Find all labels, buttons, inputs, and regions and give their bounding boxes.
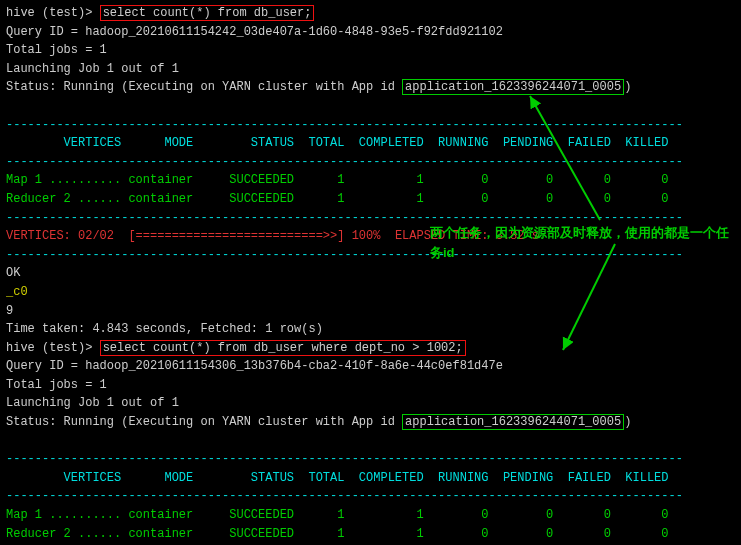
q1-progress-bar: [==========================>>] [128,229,344,243]
q2-launching: Launching Job 1 out of 1 [6,394,735,413]
q1-val: 9 [6,302,735,321]
q2-dash-mid: ----------------------------------------… [6,487,735,506]
q1-col: _c0 [6,283,735,302]
q1-row-0: Map 1 .......... container SUCCEEDED 1 1… [6,171,735,190]
q2-status-line: Status: Running (Executing on YARN clust… [6,413,735,432]
q2-row-0: Map 1 .......... container SUCCEEDED 1 1… [6,506,735,525]
q2-status-suffix: ) [624,415,631,429]
q1-sql: select count(*) from db_user; [100,5,315,21]
q2-prompt-line: hive (test)> select count(*) from db_use… [6,339,735,358]
q1-prompt: hive (test)> [6,6,100,20]
q2-header: VERTICES MODE STATUS TOTAL COMPLETED RUN… [6,469,735,488]
q2-dash-top: ----------------------------------------… [6,450,735,469]
q1-app-id: application_1623396244071_0005 [402,79,624,95]
q1-row-1: Reducer 2 ...... container SUCCEEDED 1 1… [6,190,735,209]
q2-prompt: hive (test)> [6,341,100,355]
q1-launching: Launching Job 1 out of 1 [6,60,735,79]
q2-sql: select count(*) from db_user where dept_… [100,340,466,356]
q1-status-prefix: Status: Running (Executing on YARN clust… [6,80,402,94]
q1-ok: OK [6,264,735,283]
q1-dash-mid: ----------------------------------------… [6,153,735,172]
q1-query-id: Query ID = hadoop_20210611154242_03de407… [6,23,735,42]
q1-vertices-label: VERTICES: 02/02 [6,229,128,243]
q1-status-suffix: ) [624,80,631,94]
q2-total-jobs: Total jobs = 1 [6,376,735,395]
q1-status-line: Status: Running (Executing on YARN clust… [6,78,735,97]
q1-header: VERTICES MODE STATUS TOTAL COMPLETED RUN… [6,134,735,153]
q2-query-id: Query ID = hadoop_20210611154306_13b376b… [6,357,735,376]
q1-prompt-line: hive (test)> select count(*) from db_use… [6,4,735,23]
annotation-text: 两个任务，因为资源部及时释放，使用的都是一个任务id [430,223,735,263]
q1-time: Time taken: 4.843 seconds, Fetched: 1 ro… [6,320,735,339]
q1-dash-top: ----------------------------------------… [6,116,735,135]
q2-row-1: Reducer 2 ...... container SUCCEEDED 1 1… [6,525,735,544]
q2-status-prefix: Status: Running (Executing on YARN clust… [6,415,402,429]
q1-total-jobs: Total jobs = 1 [6,41,735,60]
q2-app-id: application_1623396244071_0005 [402,414,624,430]
